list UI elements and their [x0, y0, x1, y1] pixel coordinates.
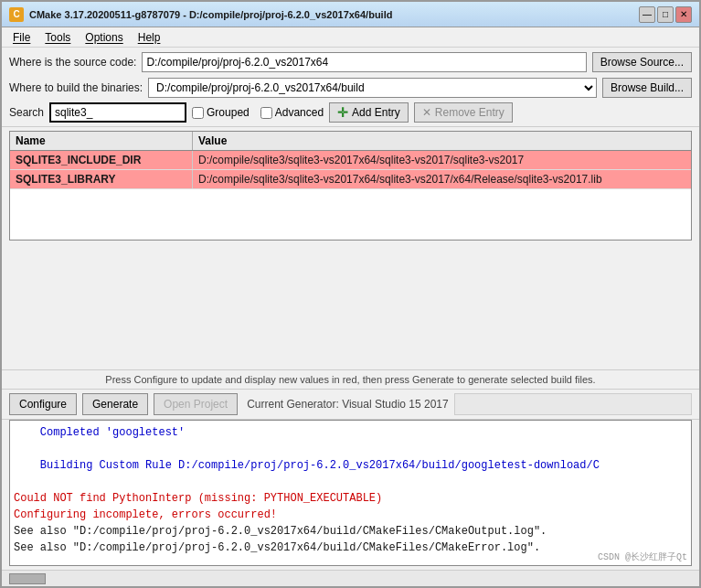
- build-label: Where to build the binaries:: [9, 81, 143, 94]
- source-row: Where is the source code: Browse Source.…: [9, 51, 692, 73]
- cell-value-1: D:/compile/sqlite3/sqlite3-vs2017x64/sql…: [193, 170, 691, 188]
- generator-text: Current Generator: Visual Studio 15 2017: [247, 398, 449, 411]
- toolbar: Where is the source code: Browse Source.…: [2, 48, 699, 127]
- minimize-button[interactable]: —: [639, 6, 655, 23]
- open-project-button[interactable]: Open Project: [154, 393, 238, 415]
- remove-entry-button[interactable]: ✕ Remove Entry: [414, 102, 513, 123]
- output-line-2: Building Custom Rule D:/compile/proj/pro…: [14, 457, 687, 474]
- action-bar: Configure Generate Open Project Current …: [2, 389, 699, 420]
- title-bar-left: C CMake 3.17.20200511-g8787079 - D:/comp…: [9, 7, 392, 22]
- remove-entry-label: Remove Entry: [435, 106, 505, 119]
- window-title: CMake 3.17.20200511-g8787079 - D:/compil…: [29, 9, 392, 20]
- output-line-5: Configuring incomplete, errors occurred!: [14, 507, 687, 523]
- advanced-label: Advanced: [275, 106, 324, 119]
- add-entry-label: Add Entry: [352, 106, 400, 119]
- status-text: Press Configure to update and display ne…: [105, 374, 595, 385]
- table-header: Name Value: [10, 132, 691, 151]
- menubar: File Tools Options Help: [2, 27, 699, 48]
- maximize-button[interactable]: □: [657, 6, 674, 23]
- output-line-3: [14, 474, 687, 490]
- col-header-name: Name: [10, 132, 193, 150]
- build-select[interactable]: D:/compile/proj/proj-6.2.0_vs2017x64/bui…: [148, 78, 597, 98]
- horizontal-scrollbar[interactable]: [2, 570, 699, 586]
- grouped-checkbox-label[interactable]: Grouped: [192, 106, 250, 119]
- status-bar: Press Configure to update and display ne…: [2, 369, 699, 389]
- menu-file[interactable]: File: [5, 29, 37, 46]
- source-input[interactable]: [142, 52, 586, 72]
- output-line-0: Completed 'googletest': [14, 424, 687, 441]
- table-area[interactable]: Name Value SQLITE3_INCLUDE_DIR D:/compil…: [9, 131, 692, 241]
- main-window: C CMake 3.17.20200511-g8787079 - D:/comp…: [0, 0, 701, 588]
- close-button[interactable]: ✕: [675, 6, 692, 23]
- output-line-4: Could NOT find PythonInterp (missing: PY…: [14, 490, 687, 507]
- generate-button[interactable]: Generate: [82, 393, 148, 415]
- grouped-label: Grouped: [207, 106, 250, 119]
- table-row[interactable]: SQLITE3_INCLUDE_DIR D:/compile/sqlite3/s…: [10, 151, 691, 170]
- watermark: CSDN @长沙红胖子Qt: [598, 551, 687, 563]
- plus-icon: ✛: [337, 105, 348, 120]
- search-label: Search: [9, 106, 44, 119]
- menu-help[interactable]: Help: [131, 29, 168, 46]
- output-line-7: See also "D:/compile/proj/proj-6.2.0_vs2…: [14, 540, 687, 556]
- browse-build-button[interactable]: Browse Build...: [602, 78, 692, 98]
- app-icon: C: [9, 7, 24, 22]
- checkbox-group: Grouped Advanced: [192, 106, 324, 119]
- x-icon: ✕: [422, 106, 431, 119]
- title-bar: C CMake 3.17.20200511-g8787079 - D:/comp…: [2, 2, 699, 27]
- cell-name-0: SQLITE3_INCLUDE_DIR: [10, 151, 193, 169]
- add-entry-button[interactable]: ✛ Add Entry: [329, 102, 409, 123]
- title-buttons: — □ ✕: [639, 6, 692, 23]
- output-line-6: See also "D:/compile/proj/proj-6.2.0_vs2…: [14, 523, 687, 540]
- h-scrollbar-track[interactable]: [9, 573, 692, 584]
- menu-options[interactable]: Options: [78, 29, 130, 46]
- col-header-value: Value: [193, 132, 691, 150]
- table-row[interactable]: SQLITE3_LIBRARY D:/compile/sqlite3/sqlit…: [10, 170, 691, 189]
- main-content: Name Value SQLITE3_INCLUDE_DIR D:/compil…: [2, 127, 699, 586]
- output-area[interactable]: Completed 'googletest' Building Custom R…: [9, 420, 692, 566]
- browse-source-button[interactable]: Browse Source...: [592, 52, 692, 72]
- source-label: Where is the source code:: [9, 56, 136, 69]
- advanced-checkbox[interactable]: [260, 107, 272, 119]
- cell-value-0: D:/compile/sqlite3/sqlite3-vs2017x64/sql…: [193, 151, 691, 169]
- search-row: Search Grouped Advanced ✛ Add Entry ✕ Re…: [9, 102, 692, 123]
- cell-name-1: SQLITE3_LIBRARY: [10, 170, 193, 188]
- advanced-checkbox-label[interactable]: Advanced: [260, 106, 324, 119]
- menu-tools[interactable]: Tools: [37, 29, 78, 46]
- progress-bar: [454, 393, 692, 415]
- build-row: Where to build the binaries: D:/compile/…: [9, 77, 692, 99]
- empty-area: [2, 244, 699, 369]
- h-scrollbar-thumb[interactable]: [9, 573, 46, 584]
- search-input[interactable]: [49, 102, 186, 123]
- output-line-1: [14, 441, 687, 457]
- grouped-checkbox[interactable]: [192, 107, 204, 119]
- configure-button[interactable]: Configure: [9, 393, 77, 415]
